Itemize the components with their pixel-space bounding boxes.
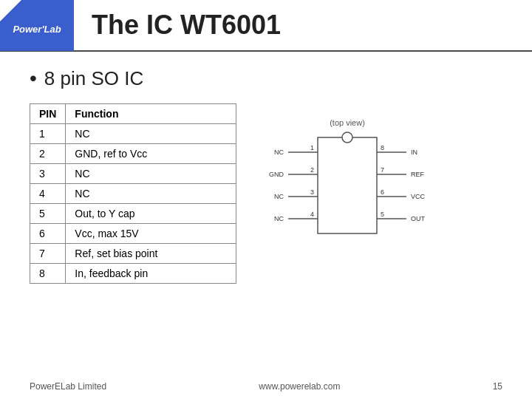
page-title: The IC WT6001 bbox=[74, 10, 281, 41]
table-row: 8In, feedback pin bbox=[30, 264, 236, 284]
header: Power'Lab The IC WT6001 bbox=[0, 0, 532, 52]
diagram-label: (top view) bbox=[266, 118, 429, 127]
col-pin: PIN bbox=[30, 104, 66, 124]
table-row: 4NC bbox=[30, 184, 236, 204]
table-row: 5Out, to Y cap bbox=[30, 204, 236, 224]
cell-pin: 1 bbox=[30, 124, 66, 144]
bullet-label: 8 pin SO IC bbox=[30, 66, 502, 90]
cell-function: NC bbox=[66, 184, 236, 204]
cell-function: Out, to Y cap bbox=[66, 204, 236, 224]
svg-rect-0 bbox=[318, 137, 377, 233]
svg-text:OUT: OUT bbox=[411, 215, 426, 222]
footer-left: PowerELab Limited bbox=[30, 381, 106, 392]
cell-pin: 6 bbox=[30, 224, 66, 244]
svg-text:4: 4 bbox=[310, 211, 314, 218]
cell-function: NC bbox=[66, 124, 236, 144]
pin-table: PIN Function 1NC2GND, ref to Vcc3NC4NC5O… bbox=[30, 103, 236, 284]
cell-function: In, feedback pin bbox=[66, 264, 236, 284]
table-row: 6Vcc, max 15V bbox=[30, 224, 236, 244]
cell-pin: 5 bbox=[30, 204, 66, 224]
svg-text:2: 2 bbox=[310, 166, 314, 174]
svg-text:REF: REF bbox=[411, 171, 425, 178]
svg-text:1: 1 bbox=[310, 144, 314, 151]
svg-text:8: 8 bbox=[381, 144, 384, 151]
cell-pin: 8 bbox=[30, 264, 66, 284]
table-row: 2GND, ref to Vcc bbox=[30, 144, 236, 164]
cell-pin: 2 bbox=[30, 144, 66, 164]
table-header-row: PIN Function bbox=[30, 104, 236, 124]
svg-text:3: 3 bbox=[310, 188, 314, 196]
footer: PowerELab Limited www.powerelab.com 15 bbox=[0, 381, 532, 392]
table-container: PIN Function 1NC2GND, ref to Vcc3NC4NC5O… bbox=[30, 103, 502, 284]
footer-page: 15 bbox=[493, 381, 502, 392]
cell-pin: 3 bbox=[30, 164, 66, 184]
svg-point-1 bbox=[342, 132, 352, 143]
svg-text:7: 7 bbox=[381, 166, 384, 174]
ic-svg: 1 NC 2 GND 3 NC 4 NC 8 IN bbox=[266, 130, 429, 248]
cell-function: Vcc, max 15V bbox=[66, 224, 236, 244]
cell-function: NC bbox=[66, 164, 236, 184]
table-row: 1NC bbox=[30, 124, 236, 144]
main-content: 8 pin SO IC PIN Function 1NC2GND, ref to… bbox=[0, 52, 532, 299]
cell-function: GND, ref to Vcc bbox=[66, 144, 236, 164]
ic-diagram: (top view) 1 NC 2 GND 3 NC bbox=[266, 118, 429, 248]
cell-pin: 7 bbox=[30, 244, 66, 264]
cell-function: Ref, set bias point bbox=[66, 244, 236, 264]
logo-text: Power'Lab bbox=[13, 24, 61, 35]
svg-text:NC: NC bbox=[274, 215, 284, 222]
logo-box: Power'Lab bbox=[0, 0, 74, 51]
footer-center: www.powerelab.com bbox=[259, 381, 340, 392]
cell-pin: 4 bbox=[30, 184, 66, 204]
table-row: 3NC bbox=[30, 164, 236, 184]
svg-text:VCC: VCC bbox=[411, 193, 426, 200]
table-row: 7Ref, set bias point bbox=[30, 244, 236, 264]
svg-text:NC: NC bbox=[274, 149, 284, 156]
svg-text:6: 6 bbox=[381, 188, 384, 196]
svg-text:NC: NC bbox=[274, 193, 284, 200]
col-function: Function bbox=[66, 104, 236, 124]
svg-text:IN: IN bbox=[411, 149, 417, 156]
svg-text:GND: GND bbox=[269, 171, 284, 178]
svg-text:5: 5 bbox=[381, 211, 384, 218]
